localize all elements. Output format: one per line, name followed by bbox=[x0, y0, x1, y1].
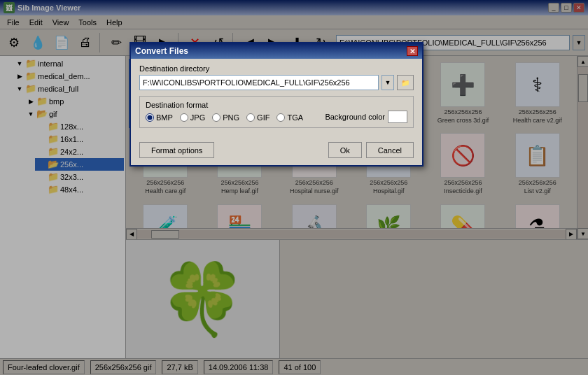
format-png[interactable]: PNG bbox=[212, 113, 239, 122]
format-png-label: PNG bbox=[223, 113, 239, 122]
destination-dropdown[interactable]: ▼ bbox=[382, 75, 394, 90]
dialog-title-label: Convert Files bbox=[135, 46, 188, 56]
dialog-overlay: Convert Files ✕ Destination directory ▼ … bbox=[0, 0, 588, 375]
dialog-body: Destination directory ▼ 📁 Destination fo… bbox=[131, 59, 422, 139]
format-png-radio[interactable] bbox=[212, 113, 220, 122]
format-tga-radio[interactable] bbox=[276, 113, 285, 122]
dialog-footer: Format options Ok Cancel bbox=[131, 139, 422, 165]
destination-row: ▼ 📁 bbox=[139, 75, 414, 90]
format-gif-radio[interactable] bbox=[246, 113, 255, 122]
format-jpg[interactable]: JPG bbox=[180, 113, 205, 122]
dialog-close-button[interactable]: ✕ bbox=[407, 46, 418, 56]
format-bmp[interactable]: BMP bbox=[146, 113, 173, 122]
dialog-title-bar: Convert Files ✕ bbox=[131, 43, 422, 59]
format-options-button[interactable]: Format options bbox=[139, 142, 214, 158]
format-left: Destination format BMP JPG bbox=[146, 101, 303, 122]
destination-input[interactable] bbox=[139, 75, 379, 90]
format-label: Destination format bbox=[146, 101, 303, 109]
bg-color-label: Background color bbox=[325, 113, 385, 121]
format-bmp-label: BMP bbox=[156, 113, 173, 122]
convert-files-dialog: Convert Files ✕ Destination directory ▼ … bbox=[130, 42, 424, 167]
format-tga[interactable]: TGA bbox=[276, 113, 303, 122]
ok-button[interactable]: Ok bbox=[328, 142, 362, 158]
format-tga-label: TGA bbox=[287, 113, 303, 122]
format-gif[interactable]: GIF bbox=[246, 113, 270, 122]
browse-button[interactable]: 📁 bbox=[397, 75, 414, 90]
format-gif-label: GIF bbox=[257, 113, 270, 122]
footer-left: Format options bbox=[139, 142, 324, 158]
format-jpg-label: JPG bbox=[190, 113, 205, 122]
format-bmp-radio[interactable] bbox=[146, 113, 154, 122]
destination-label: Destination directory bbox=[139, 64, 414, 73]
format-section: Destination format BMP JPG bbox=[139, 96, 414, 128]
bg-color-picker[interactable] bbox=[388, 111, 407, 123]
bg-color-section: Background color bbox=[325, 111, 407, 123]
format-radio-group: BMP JPG PNG bbox=[146, 113, 303, 122]
cancel-button[interactable]: Cancel bbox=[366, 142, 414, 158]
format-jpg-radio[interactable] bbox=[180, 113, 188, 122]
